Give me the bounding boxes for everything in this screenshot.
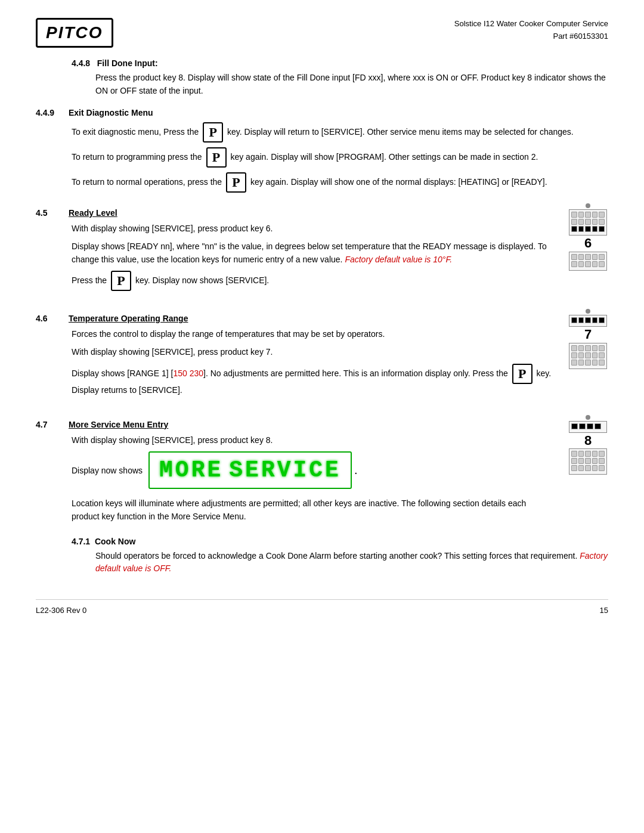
keypad-number-7: 7: [569, 327, 607, 342]
keypad-grid: [569, 209, 607, 236]
keypad-7: 7: [568, 309, 608, 368]
lcd-word-more: MORE: [159, 457, 223, 483]
kp-btn-active: [585, 317, 591, 323]
kp-btn: [599, 261, 605, 267]
section-47-body2: Location keys will illuminate where adju…: [72, 497, 556, 523]
kp-btn: [599, 360, 605, 366]
keypad-grid-7-top: [569, 315, 607, 327]
kp-btn: [585, 254, 591, 260]
kp-btn: [592, 219, 598, 225]
section-46-body2: With display showing [SERVICE], press pr…: [72, 346, 556, 359]
kp-btn-active: [599, 317, 605, 323]
section-448-heading: 4.4.8 Fill Done Input:: [72, 58, 608, 68]
section-45-body1: With display showing [SERVICE], press pr…: [72, 222, 556, 236]
kp-btn: [578, 345, 584, 351]
kp-btn-active: [592, 226, 598, 232]
kp-btn: [578, 465, 584, 471]
display-label: Display now shows: [72, 466, 143, 475]
kp-btn: [592, 345, 598, 351]
kp-row-b1: [571, 254, 605, 260]
section-471-body1: Should operators be forced to acknowledg…: [95, 550, 608, 575]
kp-btn: [571, 465, 577, 471]
kp-btn: [585, 219, 591, 225]
kp-row-8-1: [571, 423, 605, 429]
kp-btn: [578, 458, 584, 464]
page-header: PITCO Solstice I12 Water Cooker Computer…: [36, 18, 608, 48]
kp-btn: [571, 451, 577, 457]
lcd-display: MORE SERVICE: [148, 451, 352, 489]
kp-row-7-b2: [571, 352, 605, 358]
section-47-body1: With display showing [SERVICE], press pr…: [72, 434, 556, 447]
kp-row-8-b3: [571, 465, 605, 471]
kp-btn: [599, 219, 605, 225]
kp-btn: [578, 261, 584, 267]
keypad-number-6: 6: [569, 236, 607, 251]
display-period: .: [354, 463, 358, 477]
kp-btn: [599, 254, 605, 260]
kp-btn: [578, 451, 584, 457]
section-47-heading: 4.7 More Service Menu Entry: [36, 420, 556, 429]
header-info: Solstice I12 Water Cooker Computer Servi…: [454, 18, 608, 43]
section-45-body2: Display shows [READY nn], where "nn" is …: [72, 240, 556, 266]
kp-btn: [571, 458, 577, 464]
keypad-handle-dot-8: [586, 415, 590, 420]
kp-btn: [599, 212, 605, 218]
kp-btn: [571, 345, 577, 351]
kp-row-b2: [571, 261, 605, 267]
kp-row-2: [571, 219, 605, 225]
keypad-grid-bottom: [569, 252, 607, 271]
kp-btn: [592, 212, 598, 218]
kp-btn-active: [585, 226, 591, 232]
kp-btn: [599, 352, 605, 358]
kp-row-7-b1: [571, 345, 605, 351]
kp-btn: [599, 465, 605, 471]
kp-btn: [585, 345, 591, 351]
footer-revision: L22-306 Rev 0: [36, 606, 86, 615]
footer-page: 15: [600, 606, 608, 615]
kp-btn: [571, 352, 577, 358]
display-row: Display now shows MORE SERVICE .: [72, 451, 556, 489]
section-47-content: 4.7 More Service Menu Entry With display…: [36, 409, 556, 528]
kp-btn-active: [592, 317, 598, 323]
kp-btn: [571, 219, 577, 225]
kp-btn: [578, 254, 584, 260]
kp-btn-active: [571, 423, 578, 429]
section-46: 4.6 Temperature Operating Range Forces t…: [36, 303, 608, 401]
kp-btn: [599, 451, 605, 457]
kp-btn: [585, 451, 591, 457]
p-key-icon-5: P: [512, 364, 532, 384]
document-title: Solstice I12 Water Cooker Computer Servi…: [454, 18, 608, 30]
section-449-para2: To return to programming press the P key…: [72, 147, 608, 168]
keypad-grid-7-bottom: [569, 343, 607, 369]
kp-btn: [599, 345, 605, 351]
kp-btn: [592, 261, 598, 267]
kp-btn-active: [579, 423, 586, 429]
section-46-body3: Display shows [RANGE 1] [150 230]. No ad…: [72, 364, 556, 397]
section-449-para3: To return to normal operations, press th…: [72, 172, 608, 193]
kp-btn: [578, 212, 584, 218]
section-46-heading: 4.6 Temperature Operating Range: [36, 314, 556, 323]
kp-row-1: [571, 212, 605, 218]
part-number: Part #60153301: [454, 30, 608, 43]
section-46-body1: Forces the control to display the range …: [72, 328, 556, 341]
kp-btn: [592, 465, 598, 471]
section-471-heading: 4.7.1 Cook Now: [72, 537, 608, 546]
kp-btn-active: [578, 226, 584, 232]
keypad-grid-8-bottom: [569, 448, 607, 475]
kp-btn: [592, 254, 598, 260]
kp-row-8-b1: [571, 451, 605, 457]
keypad-6: 6: [568, 203, 608, 270]
kp-row-7-1: [571, 317, 605, 323]
keypad-number-8: 8: [569, 433, 607, 448]
kp-btn: [599, 458, 605, 464]
lcd-word-service: SERVICE: [229, 457, 341, 483]
section-449-para1: To exit diagnostic menu, Press the P key…: [72, 122, 608, 143]
kp-btn-active: [578, 317, 584, 323]
section-449-heading: 4.4.9 Exit Diagnostic Menu: [36, 108, 608, 117]
kp-btn: [592, 451, 598, 457]
page-footer: L22-306 Rev 0 15: [36, 599, 608, 615]
logo: PITCO: [36, 18, 113, 48]
section-45-content: 4.5 Ready Level With display showing [SE…: [36, 197, 556, 296]
kp-btn: [578, 352, 584, 358]
kp-btn-active: [595, 423, 601, 429]
